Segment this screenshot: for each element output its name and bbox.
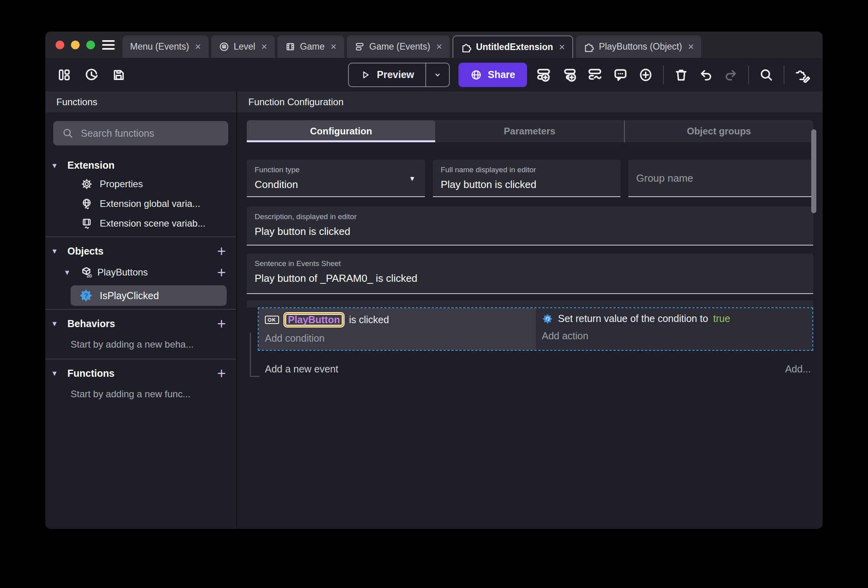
share-label: Share	[488, 69, 515, 80]
tab-object-groups[interactable]: Object groups	[624, 120, 813, 142]
globe-icon	[470, 69, 482, 81]
add-circle-icon[interactable]	[638, 67, 653, 83]
section-functions[interactable]: ▾ Functions +	[45, 363, 236, 384]
event-indent-guide	[250, 333, 259, 377]
menu-icon[interactable]	[102, 40, 115, 50]
button-object-icon: OK	[265, 316, 279, 324]
edit-extension-icon[interactable]	[794, 67, 810, 83]
close-icon[interactable]: ×	[559, 41, 565, 53]
app-window: Menu (Events) × Level × Game × Game (E	[45, 32, 823, 529]
section-title: Extension	[67, 160, 226, 171]
redo-icon[interactable]	[723, 67, 738, 83]
tab-label: Level	[234, 41, 255, 52]
collapse-triangle-icon[interactable]: ▾	[52, 246, 63, 256]
add-event-icon[interactable]	[536, 67, 551, 83]
section-title: Behaviors	[67, 318, 212, 329]
sidebar-item-properties[interactable]: Properties	[45, 174, 236, 194]
tab-configuration[interactable]: Configuration	[247, 120, 435, 142]
add-more-button[interactable]: Add...	[785, 363, 811, 375]
condition-text: is clicked	[349, 314, 389, 326]
home-layout-icon[interactable]	[57, 68, 71, 82]
add-subevent-icon[interactable]	[561, 67, 577, 83]
object-item-playbuttons[interactable]: ▾ 2D PlayButtons +	[45, 262, 236, 283]
close-icon[interactable]: ×	[195, 41, 201, 53]
vertical-scrollbar[interactable]	[811, 129, 816, 213]
share-button[interactable]: Share	[458, 63, 527, 87]
sidebar-item-extension-global-variables[interactable]: Extension global varia...	[45, 194, 236, 214]
sidebar-item-label: Extension scene variab...	[100, 218, 205, 229]
close-icon[interactable]: ×	[261, 41, 267, 53]
section-behaviors[interactable]: ▾ Behaviors +	[45, 313, 236, 334]
tab-level[interactable]: Level ×	[211, 35, 275, 58]
field-label: Description, displayed in editor	[255, 212, 805, 221]
collapse-triangle-icon[interactable]: ▾	[52, 319, 63, 328]
tab-label: UntitledExtension	[476, 42, 553, 52]
close-icon[interactable]: ×	[688, 41, 694, 53]
collapse-triangle-icon[interactable]: ▾	[52, 368, 63, 378]
add-comment-wave-icon[interactable]	[587, 67, 603, 83]
function-item-isplayclicked[interactable]: ? IsPlayClicked	[71, 285, 227, 306]
add-action-button[interactable]: Add action	[542, 330, 807, 342]
close-icon[interactable]: ×	[331, 41, 337, 53]
collapse-triangle-icon[interactable]: ▾	[65, 268, 75, 277]
event-conditions[interactable]: OK PlayButton is clicked Add condition	[259, 308, 536, 350]
comment-icon[interactable]	[613, 67, 628, 83]
gear-icon	[81, 178, 93, 190]
group-name-field[interactable]: Group name	[628, 160, 813, 197]
description-field[interactable]: Description, displayed in editor Play bu…	[247, 207, 813, 246]
add-function-button[interactable]: +	[217, 366, 226, 381]
history-icon[interactable]	[84, 67, 99, 82]
field-label: Function type	[255, 166, 417, 174]
sidebar-item-extension-scene-variables[interactable]: Extension scene variab...	[45, 214, 236, 233]
add-condition-button[interactable]: Add condition	[265, 333, 529, 344]
function-type-select[interactable]: Function type Condition ▼	[247, 160, 425, 197]
search-input[interactable]: Search functions	[53, 121, 228, 145]
undo-icon[interactable]	[698, 67, 713, 83]
section-objects[interactable]: ▾ Objects +	[45, 240, 236, 262]
collapse-triangle-icon[interactable]: ▾	[52, 161, 63, 170]
add-new-event-button[interactable]: Add a new event	[265, 363, 338, 375]
tab-menu-events[interactable]: Menu (Events) ×	[123, 35, 209, 58]
close-window-button[interactable]	[56, 41, 64, 49]
globe-variable-icon	[81, 198, 93, 210]
section-extension[interactable]: ▾ Extension	[45, 156, 236, 174]
trash-icon[interactable]	[674, 67, 689, 83]
function-name: IsPlayClicked	[100, 290, 159, 301]
tab-playbuttons-object[interactable]: PlayButtons (Object) ×	[576, 35, 701, 58]
minimize-window-button[interactable]	[71, 41, 80, 49]
sentence-field[interactable]: Sentence in Events Sheet Play button of …	[247, 253, 813, 294]
add-object-function-button[interactable]: +	[217, 265, 226, 280]
main-header: Function Configuration	[237, 91, 823, 112]
events-sheet-icon	[354, 41, 365, 52]
toolbar-separator	[748, 65, 749, 84]
selected-event[interactable]: OK PlayButton is clicked Add condition	[258, 307, 813, 351]
preview-button[interactable]: Preview	[349, 63, 426, 86]
tab-label: Game (Events)	[369, 41, 430, 52]
event-actions[interactable]: Set return value of the condition to tru…	[536, 308, 813, 350]
field-value: Play button is clicked	[255, 225, 805, 238]
search-icon[interactable]	[759, 67, 774, 83]
scene-variable-icon	[81, 218, 93, 229]
save-icon[interactable]	[112, 68, 126, 82]
section-divider	[45, 309, 236, 310]
play-icon	[360, 69, 371, 80]
toolbar-separator	[663, 65, 664, 84]
sidebar-item-label: Extension global varia...	[100, 198, 200, 209]
zoom-window-button[interactable]	[86, 41, 95, 49]
tab-game[interactable]: Game ×	[278, 35, 344, 58]
add-behavior-button[interactable]: +	[217, 316, 226, 331]
condition-function-icon: ?	[79, 289, 93, 302]
tab-parameters[interactable]: Parameters	[435, 120, 624, 142]
section-title: Functions	[67, 368, 212, 379]
close-icon[interactable]: ×	[436, 41, 442, 53]
condition-object-chip[interactable]: PlayButton	[284, 313, 344, 327]
full-name-field[interactable]: Full name displayed in editor Play butto…	[433, 160, 620, 197]
tab-game-events[interactable]: Game (Events) ×	[347, 35, 450, 58]
tab-untitled-extension[interactable]: UntitledExtension ×	[453, 35, 574, 58]
window-tab-bar: Menu (Events) × Level × Game × Game (E	[45, 32, 823, 58]
preview-options-button[interactable]	[426, 63, 449, 86]
sidebar-header: Functions	[45, 91, 236, 112]
add-object-button[interactable]: +	[217, 244, 226, 259]
toolbar-separator	[784, 65, 784, 84]
search-placeholder: Search functions	[81, 128, 154, 139]
